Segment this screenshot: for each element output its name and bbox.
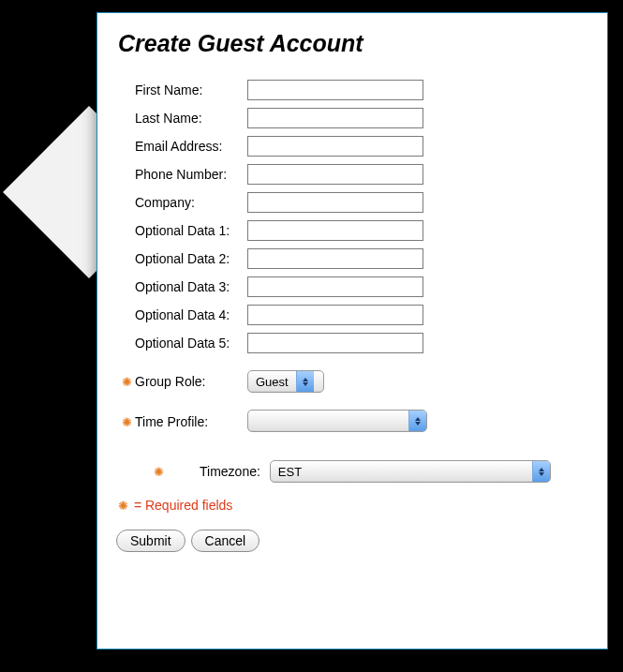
timezone-label: Timezone: <box>164 464 270 479</box>
opt4-label: Optional Data 4: <box>135 307 247 322</box>
company-label: Company: <box>135 195 247 210</box>
opt1-input[interactable] <box>247 220 423 241</box>
opt2-input[interactable] <box>247 248 423 269</box>
group-role-value: Guest <box>248 371 296 392</box>
first-name-input[interactable] <box>247 80 423 100</box>
cancel-button[interactable]: Cancel <box>191 530 260 552</box>
timezone-value: EST <box>271 461 532 482</box>
required-icon: ✺ <box>122 416 132 428</box>
button-bar: Submit Cancel <box>116 530 586 552</box>
opt1-label: Optional Data 1: <box>135 223 247 238</box>
required-icon: ✺ <box>154 466 164 478</box>
first-name-label: First Name: <box>135 82 247 97</box>
row-phone: Phone Number: <box>118 164 586 185</box>
row-opt1: Optional Data 1: <box>118 220 586 241</box>
group-role-select[interactable]: Guest <box>247 370 324 393</box>
time-profile-label: Time Profile: <box>135 414 247 429</box>
submit-button[interactable]: Submit <box>116 530 185 552</box>
opt2-label: Optional Data 2: <box>135 251 247 266</box>
opt3-label: Optional Data 3: <box>135 279 247 294</box>
phone-input[interactable] <box>247 164 423 185</box>
stepper-icon <box>296 371 314 392</box>
opt4-input[interactable] <box>247 305 423 325</box>
last-name-label: Last Name: <box>135 111 247 126</box>
row-opt4: Optional Data 4: <box>118 305 586 325</box>
row-opt2: Optional Data 2: <box>118 248 586 269</box>
row-opt5: Optional Data 5: <box>118 333 586 353</box>
email-label: Email Address: <box>135 139 247 154</box>
stepper-icon <box>532 461 550 482</box>
row-opt3: Optional Data 3: <box>118 276 586 297</box>
opt5-label: Optional Data 5: <box>135 336 247 351</box>
time-profile-select[interactable] <box>247 410 427 432</box>
time-profile-value <box>248 411 408 431</box>
row-first-name: First Name: <box>118 80 586 100</box>
row-timezone: ✺ Timezone: EST <box>118 460 586 483</box>
required-icon: ✺ <box>118 499 128 513</box>
last-name-input[interactable] <box>247 108 423 128</box>
page-title: Create Guest Account <box>118 30 586 57</box>
row-email: Email Address: <box>118 136 586 157</box>
row-group-role: ✺ Group Role: Guest <box>118 370 586 393</box>
opt5-input[interactable] <box>247 333 423 353</box>
stepper-icon <box>408 411 426 431</box>
row-time-profile: ✺ Time Profile: <box>118 410 586 434</box>
timezone-select[interactable]: EST <box>270 460 551 483</box>
opt3-input[interactable] <box>247 276 423 297</box>
required-icon: ✺ <box>122 376 132 388</box>
required-fields-legend: ✺ = Required fields <box>118 498 586 513</box>
row-company: Company: <box>118 192 586 213</box>
create-guest-account-panel: Create Guest Account First Name: Last Na… <box>96 12 608 650</box>
email-input[interactable] <box>247 136 423 157</box>
group-role-label: Group Role: <box>135 374 247 389</box>
phone-label: Phone Number: <box>135 167 247 182</box>
company-input[interactable] <box>247 192 423 213</box>
legend-text: = Required fields <box>134 498 232 513</box>
row-last-name: Last Name: <box>118 108 586 128</box>
